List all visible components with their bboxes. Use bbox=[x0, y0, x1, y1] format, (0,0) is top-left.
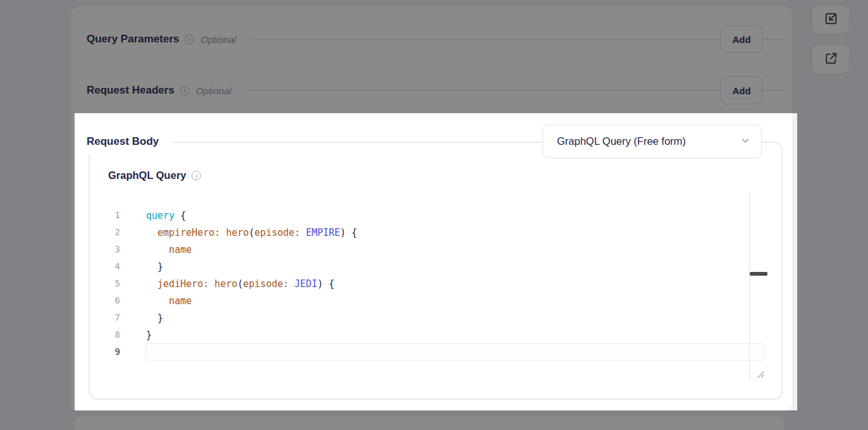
code-line[interactable]: 6 name bbox=[95, 292, 765, 309]
dim-overlay bbox=[797, 113, 868, 410]
editor-right-border bbox=[749, 191, 750, 381]
code-text bbox=[145, 343, 765, 360]
code-text: query { bbox=[145, 207, 765, 224]
code-text: name bbox=[145, 241, 765, 258]
code-text: jediHero: hero(episode: JEDI) { bbox=[145, 275, 765, 292]
code-text: } bbox=[145, 309, 765, 326]
body-type-select[interactable]: GraphQL Query (Free form) bbox=[542, 125, 762, 158]
code-text: } bbox=[145, 258, 765, 275]
code-line[interactable]: 3 name bbox=[95, 241, 765, 258]
line-number: 4 bbox=[95, 258, 120, 275]
chevron-down-icon bbox=[740, 135, 751, 149]
code-text: empireHero: hero(episode: EMPIRE) { bbox=[145, 224, 765, 241]
info-icon[interactable]: i bbox=[192, 171, 201, 180]
line-number: 9 bbox=[95, 343, 120, 360]
line-number: 3 bbox=[95, 241, 120, 258]
code-line[interactable]: 7 } bbox=[95, 309, 765, 326]
line-number: 6 bbox=[95, 292, 120, 309]
code-line[interactable]: 9 bbox=[95, 343, 765, 360]
code-text: name bbox=[145, 292, 765, 309]
body-type-selected-value: GraphQL Query (Free form) bbox=[557, 135, 733, 147]
request-body-title: Request Body bbox=[80, 128, 173, 155]
code-text: } bbox=[145, 326, 765, 343]
line-number: 8 bbox=[95, 326, 120, 343]
line-number: 7 bbox=[95, 309, 120, 326]
line-number: 5 bbox=[95, 275, 120, 292]
graphql-query-label: GraphQL Query i bbox=[108, 169, 201, 181]
api-request-config-page: Query Parameters i Optional Add Request … bbox=[0, 0, 868, 430]
code-line[interactable]: 5 jediHero: hero(episode: JEDI) { bbox=[95, 275, 765, 292]
code-line[interactable]: 8} bbox=[95, 326, 765, 343]
code-line[interactable]: 2 empireHero: hero(episode: EMPIRE) { bbox=[95, 224, 765, 241]
graphql-code-editor[interactable]: 1query {2 empireHero: hero(episode: EMPI… bbox=[95, 207, 765, 360]
line-number: 2 bbox=[95, 224, 120, 241]
dim-overlay bbox=[0, 113, 75, 410]
code-line[interactable]: 4 } bbox=[95, 258, 765, 275]
dim-overlay bbox=[0, 410, 868, 430]
line-number: 1 bbox=[95, 207, 120, 224]
textarea-resize-handle[interactable] bbox=[754, 368, 765, 379]
editor-resize-grip[interactable] bbox=[750, 272, 767, 276]
code-line[interactable]: 1query { bbox=[95, 207, 765, 224]
dim-overlay bbox=[0, 0, 868, 113]
